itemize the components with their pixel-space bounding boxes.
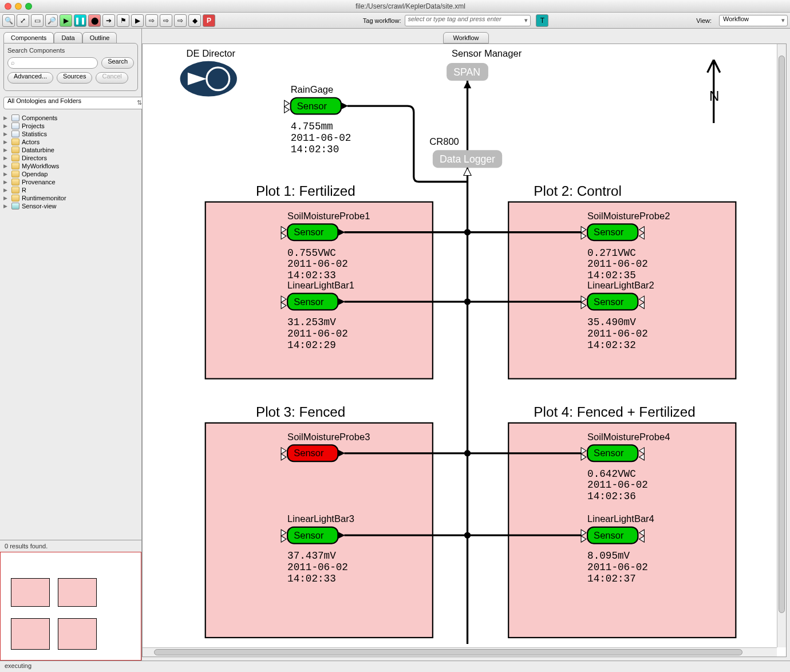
folder-icon	[11, 187, 19, 193]
sensor-label: Sensor	[294, 227, 324, 238]
disclosure-icon[interactable]: ▶	[3, 163, 9, 169]
cancel-button: Cancel	[96, 72, 128, 84]
tree-item[interactable]: ▶Components	[3, 114, 138, 122]
wire-junction	[464, 299, 471, 305]
disclosure-icon[interactable]: ▶	[3, 139, 9, 145]
sensor-name: LinearLightBar2	[587, 280, 654, 291]
port-icon[interactable]	[285, 106, 290, 113]
zoom-out-icon[interactable]: 🔎	[45, 14, 58, 27]
pause-icon[interactable]: ❚❚	[74, 14, 86, 27]
provenance-button[interactable]: P	[203, 14, 215, 27]
sensor-time: 14:02:33	[287, 573, 336, 584]
step3-icon[interactable]: ⇨	[174, 14, 187, 27]
disclosure-icon[interactable]: ▶	[3, 187, 9, 193]
disclosure-icon[interactable]: ▶	[3, 115, 9, 121]
tree-item[interactable]: ▶Opendap	[3, 170, 138, 178]
search-button[interactable]: Search	[101, 57, 134, 69]
tab-components[interactable]: Components	[3, 32, 54, 43]
port-icon[interactable]	[341, 103, 347, 109]
toolbar: 🔍 ⤢ ▭ 🔎 ▶ ❚❚ ⬤ ➔ ⚑ ▶ ⇨ ⇨ ⇨ ◆ P Tag workf…	[0, 13, 790, 29]
disclosure-icon[interactable]: ▶	[3, 123, 9, 129]
search-input[interactable]	[7, 57, 98, 69]
close-icon[interactable]	[5, 3, 11, 10]
wire-junction	[464, 532, 471, 539]
tag-button[interactable]: T	[536, 14, 548, 27]
workflow-canvas[interactable]: DE DirectorNSensor ManagerSPANCR800Data …	[142, 44, 787, 657]
advanced-button[interactable]: Advanced...	[7, 72, 53, 84]
component-tree: ▶Components▶Projects▶Statistics▶Actors▶D…	[0, 112, 141, 540]
vertical-scrollbar[interactable]	[777, 44, 786, 647]
plot-title: Plot 2: Control	[534, 183, 622, 199]
folder-icon	[11, 195, 19, 201]
sensor-value: 37.437mV	[287, 550, 336, 562]
sensor-value: 4.755mm	[291, 121, 333, 132]
tree-item[interactable]: ▶R	[3, 186, 138, 194]
status-bar: executing	[0, 661, 790, 672]
sensor-name: RainGage	[291, 84, 333, 95]
sensor-label: Sensor	[294, 297, 324, 307]
wire-junction	[464, 229, 471, 235]
sensor-date: 2011-06-02	[287, 258, 348, 270]
tree-item[interactable]: ▶Statistics	[3, 130, 138, 138]
tree-item[interactable]: ▶Dataturbine	[3, 146, 138, 154]
compass-label: N	[709, 88, 720, 104]
tree-item[interactable]: ▶Sensor-view	[3, 202, 138, 210]
workflow-tab[interactable]: Workflow	[443, 32, 488, 44]
minimap[interactable]	[0, 552, 141, 661]
sensor-date: 2011-06-02	[587, 258, 648, 270]
disclosure-icon[interactable]: ▶	[3, 195, 9, 201]
play-icon[interactable]: ▶	[60, 14, 72, 27]
disclosure-icon[interactable]: ▶	[3, 131, 9, 137]
arrow-right-icon[interactable]: ➔	[102, 14, 115, 27]
step2-icon[interactable]: ⇨	[160, 14, 172, 27]
sensor-value: 0.755VWC	[287, 247, 336, 259]
port-icon[interactable]	[285, 100, 290, 106]
disclosure-icon[interactable]: ▶	[3, 147, 9, 153]
diamond-icon[interactable]: ◆	[188, 14, 201, 27]
minimize-icon[interactable]	[15, 3, 22, 10]
view-select[interactable]: Workflow	[719, 15, 788, 26]
sensor-value: 0.271VWC	[587, 247, 636, 259]
disclosure-icon[interactable]: ▶	[3, 179, 9, 185]
window-title: file:/Users/crawl/KeplerData/site.xml	[35, 2, 785, 10]
flag-icon[interactable]: ⚑	[117, 14, 129, 27]
component-icon	[11, 131, 19, 137]
zoom-icon[interactable]	[25, 3, 32, 10]
tree-item[interactable]: ▶Provenance	[3, 178, 138, 186]
sensor-name: SoilMoistureProbe3	[287, 432, 370, 442]
tab-data[interactable]: Data	[54, 32, 82, 43]
view-label: View:	[696, 17, 712, 24]
arrow-solid-icon[interactable]: ▶	[131, 14, 144, 27]
tab-outline[interactable]: Outline	[82, 32, 117, 43]
sensor-time: 14:02:37	[587, 573, 636, 584]
disclosure-icon[interactable]: ▶	[3, 171, 9, 177]
tree-item[interactable]: ▶Directors	[3, 154, 138, 162]
zoom-fit-icon[interactable]: ▭	[31, 14, 44, 27]
sources-button[interactable]: Sources	[57, 72, 92, 84]
search-panel: Search Components Search Advanced... Sou…	[3, 43, 138, 91]
component-icon	[11, 203, 19, 209]
sensor-label: Sensor	[594, 448, 624, 458]
sensor-name: SoilMoistureProbe1	[287, 211, 370, 222]
disclosure-icon[interactable]: ▶	[3, 155, 9, 161]
ontology-select[interactable]: All Ontologies and Folders	[3, 97, 145, 109]
plot-title: Plot 4: Fenced + Fertilized	[534, 404, 695, 420]
zoom-reset-icon[interactable]: ⤢	[17, 14, 29, 27]
tree-item-label: Runtimemonitor	[22, 195, 66, 201]
tree-item-label: Sensor-view	[22, 203, 57, 209]
zoom-in-icon[interactable]: 🔍	[2, 14, 15, 27]
tree-item[interactable]: ▶MyWorkflows	[3, 162, 138, 170]
tree-item-label: Dataturbine	[22, 147, 54, 153]
sensor-value: 8.095mV	[587, 550, 630, 562]
sensor-manager-label: Sensor Manager	[452, 48, 522, 59]
horizontal-scrollbar[interactable]	[143, 647, 777, 657]
step-icon[interactable]: ⇨	[145, 14, 158, 27]
tree-item[interactable]: ▶Actors	[3, 138, 138, 146]
tree-item-label: Actors	[22, 139, 40, 145]
sensor-date: 2011-06-02	[587, 328, 648, 339]
tag-workflow-input[interactable]: select or type tag and press enter	[405, 15, 531, 26]
tree-item[interactable]: ▶Projects	[3, 122, 138, 130]
tree-item[interactable]: ▶Runtimemonitor	[3, 194, 138, 202]
stop-icon[interactable]: ⬤	[88, 14, 101, 27]
disclosure-icon[interactable]: ▶	[3, 203, 9, 209]
